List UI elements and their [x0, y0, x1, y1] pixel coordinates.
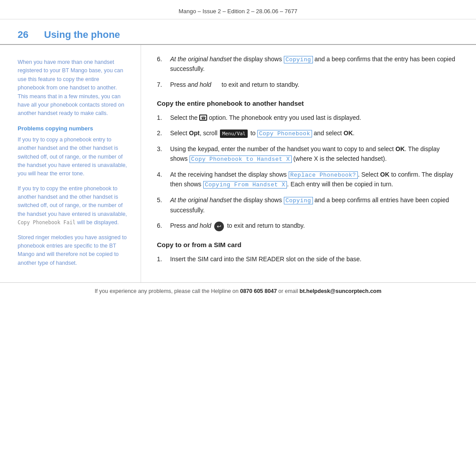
page-header: Mango – Issue 2 – Edition 2 – 28.06.06 –… — [0, 0, 476, 19]
sidebar-problems-text2: If you try to copy the entire phonebook … — [18, 185, 127, 227]
footer: If you experience any problems, please c… — [0, 282, 476, 300]
step-text-1-sim: Insert the SIM card into the SIM READER … — [170, 255, 361, 264]
step-5-ce: 5. At the original handset the display s… — [157, 196, 458, 215]
step-1-ce: 1. Select the ☎ option. The phonebook en… — [157, 113, 458, 123]
content-area: 6. At the original handset the display s… — [141, 45, 476, 282]
step-7-top: 7. Press and hold to exit and return to … — [157, 80, 458, 90]
step-3-ce: 3. Using the keypad, enter the number of… — [157, 144, 458, 164]
step-2-ce: 2. Select Opt, scroll Menu/Val to Copy P… — [157, 129, 458, 138]
header-text: Mango – Issue 2 – Edition 2 – 28.06.06 –… — [178, 8, 298, 15]
sidebar-code: Copy Phonebook Fail — [18, 219, 76, 226]
sidebar-intro: When you have more than one handset regi… — [18, 58, 127, 118]
phone-end-icon: ↩ — [214, 222, 224, 231]
sidebar-problems-heading: Problems copying numbers — [18, 124, 127, 133]
main-content: When you have more than one handset regi… — [0, 45, 476, 282]
step-6-top: 6. At the original handset the display s… — [157, 55, 458, 74]
step-6-ce: 6. Press and hold ↩ to exit and return t… — [157, 221, 458, 231]
phonebook-icon: ☎ — [199, 115, 207, 121]
steps-top: 6. At the original handset the display s… — [157, 55, 458, 90]
steps-sim: 1. Insert the SIM card into the SIM READ… — [157, 255, 458, 264]
footer-text-middle: or — [279, 288, 285, 294]
footer-email-label: email — [285, 288, 299, 294]
footer-text-before: If you experience any problems, please c… — [95, 288, 240, 294]
subheading-copy-entire: Copy the entire phonebook to another han… — [157, 100, 458, 107]
step-num-7t: 7. — [157, 80, 170, 90]
step-text-7t: Press and hold to exit and return to sta… — [170, 80, 299, 90]
section-header: 26 Using the phone — [0, 19, 476, 45]
section-number: 26 — [18, 29, 33, 41]
steps-copy-entire: 1. Select the ☎ option. The phonebook en… — [157, 113, 458, 231]
sidebar-problems-text3: Stored ringer melodies you have assigned… — [18, 233, 127, 268]
footer-helpline: 0870 605 8047 — [240, 288, 277, 294]
section-title: Using the phone — [44, 29, 120, 41]
step-text-6t: At the original handset the display show… — [170, 55, 458, 74]
step-num-6t: 6. — [157, 55, 170, 74]
sidebar-problems-text1: If you try to copy a phonebook entry to … — [18, 136, 127, 178]
footer-email: bt.helpdesk@suncorptech.com — [300, 288, 382, 294]
sidebar: When you have more than one handset regi… — [0, 45, 141, 282]
step-4-ce: 4. At the receiving handset the display … — [157, 170, 458, 189]
subheading-sim: Copy to or from a SIM card — [157, 241, 458, 248]
menu-key: Menu/Val — [220, 130, 248, 138]
step-1-sim: 1. Insert the SIM card into the SIM READ… — [157, 255, 458, 264]
